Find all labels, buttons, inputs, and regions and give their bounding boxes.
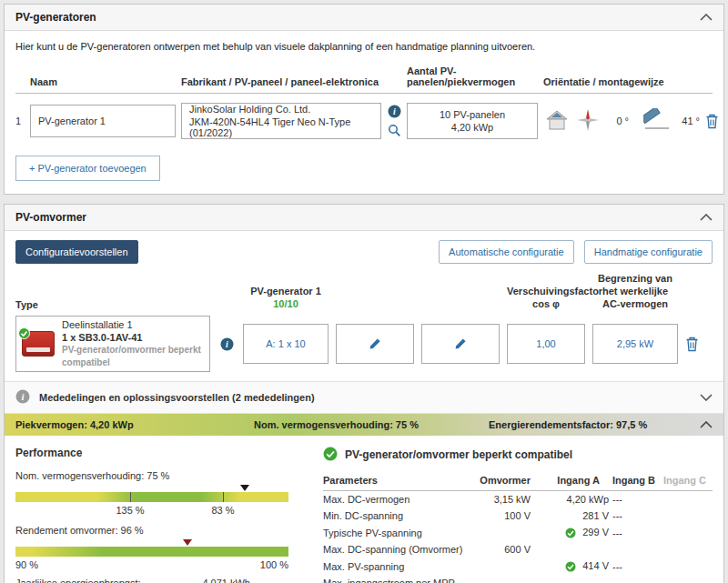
- inverter-icon: [22, 331, 55, 357]
- string-config-box[interactable]: A: 1 x 10: [243, 324, 329, 364]
- table-row: Max. DC-vermogen 3,15 kW 4,20 kWp ---: [323, 491, 713, 508]
- module-search-icon[interactable]: [388, 124, 401, 137]
- gauge-max-label: 100 %: [260, 559, 288, 570]
- column-inverter: Omvormer: [476, 472, 543, 491]
- delete-generator-icon[interactable]: [705, 114, 722, 129]
- performance-column: Performance Nom. vermogensverhouding: 75…: [15, 447, 299, 583]
- pv-generators-description: Hier kunt u de PV-generatoren ontwerpen …: [5, 31, 723, 60]
- tilt-value[interactable]: 41 °: [676, 116, 700, 126]
- nominal-ratio-gauge-labels: 135 % 83 %: [15, 505, 288, 518]
- gauge-marker: [240, 485, 249, 491]
- messages-label: Mededelingen en oplossingsvoorstellen (2…: [39, 392, 691, 403]
- inverter-row: Deelinstallatie 1 1 x SB3.0-1AV-41 PV-ge…: [15, 316, 713, 372]
- gauge-tick-label: 83 %: [211, 505, 234, 516]
- column-ac-limit: Begrenzing van het werkelijke AC-vermoge…: [592, 273, 678, 310]
- inverter-efficiency-label: Rendement omvormer: 96 %: [15, 525, 299, 536]
- cos-phi-box[interactable]: 1,00: [507, 324, 585, 364]
- pv-inverter-title: PV-omvormer: [15, 211, 86, 224]
- add-generator-button[interactable]: + PV-generator toevoegen: [15, 156, 160, 181]
- performance-stats: Jaarlijkse energieopbrengst: 4.071 kWh S…: [15, 578, 250, 583]
- pv-inverter-panel: PV-omvormer Configuratievoorstellen Auto…: [4, 204, 724, 583]
- gauge-min-label: 90 %: [15, 559, 38, 570]
- compatibility-title: PV-generator/omvormer beperkt compatibel: [345, 448, 572, 461]
- azimuth-value[interactable]: 0 °: [605, 116, 629, 126]
- row-index: 1: [15, 116, 25, 126]
- column-count: Aantal PV-panelen/piekvermogen: [407, 65, 538, 87]
- inverter-status: PV-generator/omvormer beperkt compatibel: [62, 345, 201, 367]
- table-row: Max. PV-spanning 414 V ---: [323, 558, 713, 575]
- pv-inverter-header: PV-omvormer: [5, 205, 723, 231]
- status-ok-badge-icon: [18, 327, 30, 341]
- column-input-b: Ingang B: [612, 472, 663, 491]
- inverter-table-header: Type PV-generator 1 10/10 Verschuivingsf…: [15, 269, 713, 316]
- module-type: JKM-420N-54HL4 Tiger Neo N-Type (01/2022…: [189, 116, 373, 138]
- pv-generators-table-header: Naam Fabrikant / PV-paneel / paneel-elek…: [15, 60, 713, 94]
- column-input-c: Ingang C: [663, 472, 713, 491]
- gauge-tick-label: 135 %: [116, 505, 144, 516]
- svg-text:i: i: [226, 339, 228, 349]
- peak-power: 4,20 kWp: [415, 122, 530, 133]
- module-info-icon[interactable]: i: [388, 105, 401, 118]
- nominal-ratio-gauge: [15, 492, 288, 502]
- summary-energy-factor: Energierendementsfactor: 97,5 %: [489, 419, 700, 430]
- orientation-controls[interactable]: 0 ° 41 °: [543, 108, 700, 134]
- config-proposals-button[interactable]: Configuratievoorstellen: [15, 240, 138, 264]
- generator-name-input[interactable]: [30, 105, 176, 137]
- info-icon: i: [15, 389, 30, 406]
- column-type: Type: [15, 299, 210, 310]
- pencil-icon: [454, 337, 467, 350]
- performance-summary-bar: Piekvermogen: 4,20 kWp Nom. vermogensver…: [5, 414, 723, 436]
- inverter-type-box[interactable]: Deelinstallatie 1 1 x SB3.0-1AV-41 PV-ge…: [15, 316, 210, 372]
- column-input-a: Ingang A: [543, 472, 612, 491]
- inverter-model: 1 x SB3.0-1AV-41: [62, 332, 142, 343]
- pv-generators-panel: PV-generatoren Hier kunt u de PV-generat…: [4, 4, 724, 195]
- edit-config-box-1[interactable]: [336, 324, 414, 364]
- generator-assignment-count: 10/10: [273, 298, 298, 309]
- svg-text:i: i: [393, 106, 396, 116]
- inverter-efficiency-gauge-labels: 90 % 100 %: [15, 559, 288, 570]
- collapse-chevron-up-icon[interactable]: [700, 421, 713, 428]
- delete-inverter-icon[interactable]: [685, 337, 703, 352]
- performance-detail-section: Performance Nom. vermogensverhouding: 75…: [5, 436, 723, 583]
- subsystem-name: Deelinstallatie 1: [62, 319, 133, 330]
- roof-mount-icon: [543, 108, 571, 134]
- collapse-chevron-up-icon[interactable]: [700, 214, 713, 221]
- pencil-icon: [369, 337, 381, 350]
- expand-chevron-down-icon[interactable]: [700, 394, 713, 401]
- nominal-ratio-label: Nom. vermogensverhouding: 75 %: [15, 470, 299, 481]
- table-row: Max. DC-spanning (Omvormer) 600 V: [323, 541, 713, 558]
- table-row: Max. ingangsstroom per MPP-regeling 15/1…: [323, 575, 713, 583]
- column-cos-phi: Verschuivingsfactor: [507, 286, 602, 297]
- compass-icon: [576, 108, 600, 134]
- performance-title: Performance: [15, 447, 299, 459]
- column-name: Naam: [30, 76, 176, 87]
- panel-count: 10 PV-panelen: [415, 109, 530, 120]
- module-manufacturer: JinkoSolar Holding Co. Ltd.: [189, 104, 373, 115]
- tilt-icon: [643, 108, 671, 134]
- table-row: Min. DC-spanning 100 V 281 V ---: [323, 508, 713, 524]
- messages-bar[interactable]: i Mededelingen en oplossingsvoorstellen …: [5, 381, 723, 414]
- summary-peak-power: Piekvermogen: 4,20 kWp: [15, 419, 254, 430]
- ac-limit-box[interactable]: 2,95 kW: [592, 324, 678, 364]
- pv-generators-title: PV-generatoren: [15, 11, 96, 24]
- pv-generators-header: PV-generatoren: [5, 5, 723, 31]
- edit-config-box-2[interactable]: [421, 324, 500, 364]
- inverter-toolbar: Configuratievoorstellen Automatische con…: [5, 231, 723, 269]
- stat-row: Jaarlijkse energieopbrengst: 4.071 kWh: [15, 578, 250, 583]
- check-icon: [565, 528, 576, 538]
- column-orientation: Oriëntatie / montagewijze: [543, 76, 691, 87]
- pv-generator-row: 1 JinkoSolar Holding Co. Ltd. JKM-420N-5…: [15, 103, 713, 139]
- manual-config-button[interactable]: Handmatige configuratie: [584, 240, 713, 264]
- parameters-table: Parameters Omvormer Ingang A Ingang B In…: [323, 472, 713, 583]
- column-generator: PV-generator 1: [250, 286, 321, 297]
- table-row: Typische PV-spanning 299 V ---: [323, 524, 713, 541]
- auto-config-button[interactable]: Automatische configuratie: [439, 240, 574, 264]
- module-selection-box[interactable]: JinkoSolar Holding Co. Ltd. JKM-420N-54H…: [181, 103, 381, 139]
- check-icon: [323, 447, 338, 463]
- column-manufacturer: Fabrikant / PV-paneel / paneel-elektroni…: [181, 76, 381, 87]
- panel-count-box[interactable]: 10 PV-panelen 4,20 kWp: [407, 103, 538, 139]
- inverter-efficiency-gauge: [15, 547, 288, 557]
- inverter-info-icon[interactable]: i: [217, 337, 236, 351]
- collapse-chevron-up-icon[interactable]: [700, 14, 713, 21]
- summary-nominal-ratio: Nom. vermogensverhouding: 75 %: [254, 419, 489, 430]
